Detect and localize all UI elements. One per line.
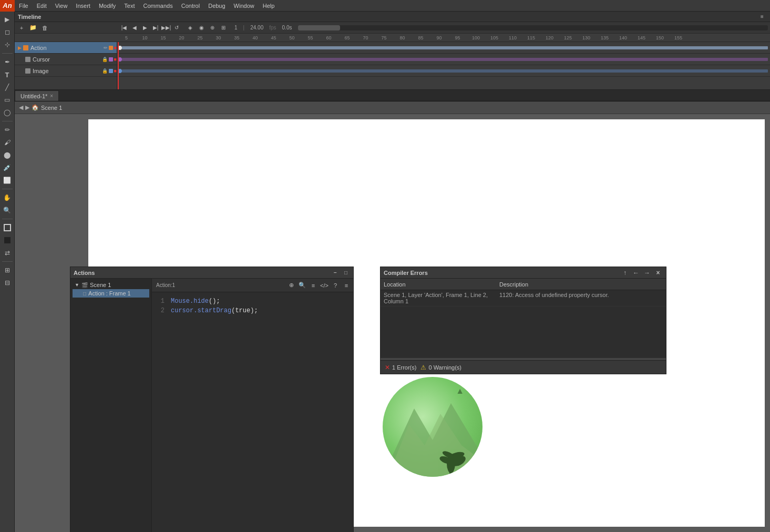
layer-row-image[interactable]: Image 🔒 ■ (15, 65, 117, 77)
actions-minimize-btn[interactable]: − (331, 269, 340, 277)
tool-snap[interactable]: ⊞ (2, 264, 13, 276)
onion-skin-outline-btn[interactable]: ◉ (197, 23, 206, 33)
tool-fill-color[interactable] (2, 234, 13, 246)
tool-swap-colors[interactable]: ⇄ (2, 247, 13, 259)
code-line-1: 1 Mouse.hide(); (156, 296, 349, 306)
code-area[interactable]: 1 Mouse.hide(); 2 cursor.startDrag(true)… (152, 292, 353, 532)
tree-frame1[interactable]: □ Action : Frame 1 (73, 289, 149, 298)
menu-modify[interactable]: Modify (95, 0, 120, 12)
compiler-error-row-1[interactable]: Scene 1, Layer 'Action', Frame 1, Line 2… (381, 290, 666, 306)
menu-debug[interactable]: Debug (204, 0, 229, 12)
tool-pen[interactable]: ✒ (2, 56, 13, 68)
actions-toolbar: Action:1 ⊕ 🔍 ≡ </> ? ≡ (152, 279, 353, 292)
scene-label: Scene 1 (41, 105, 62, 111)
tool-arrow[interactable]: ▶ (2, 14, 13, 25)
compiler-error-location-1: Scene 1, Layer 'Action', Frame 1, Line 2… (384, 292, 499, 304)
menu-window[interactable]: Window (230, 0, 259, 12)
action-target-btn[interactable]: ⊕ (286, 281, 296, 290)
cursor-layer-name: Cursor (33, 56, 102, 63)
menu-commands[interactable]: Commands (139, 0, 177, 12)
actions-titlebar: Actions − □ (70, 267, 353, 279)
loop-btn[interactable]: ↺ (172, 23, 181, 33)
svg-rect-8 (449, 458, 451, 477)
delete-layer-btn[interactable]: 🗑 (40, 23, 49, 33)
compiler-close-btn[interactable]: × (653, 268, 663, 278)
timeline-frames[interactable] (117, 42, 770, 89)
canvas-area[interactable]: ▲ (15, 114, 770, 532)
tool-brush[interactable]: 🖌 (2, 137, 13, 148)
action-format-btn[interactable]: ≡ (309, 281, 318, 290)
menu-control[interactable]: Control (177, 0, 204, 12)
warnings-count: 0 Warning(s) (428, 364, 461, 371)
onion-skin-settings-btn[interactable]: ⊕ (208, 23, 217, 33)
layer-row-cursor[interactable]: Cursor 🔒 ■ (15, 54, 117, 65)
compiler-forward-btn[interactable]: → (642, 268, 652, 278)
tab-label: Untitled-1* (20, 93, 47, 99)
tool-line[interactable]: ╱ (2, 81, 13, 93)
code-blue-2: cursor.startDrag (171, 307, 231, 314)
actions-maximize-btn[interactable]: □ (342, 269, 350, 277)
menu-view[interactable]: View (51, 0, 72, 12)
action-layer-icon (23, 45, 28, 50)
compiler-titlebar: Compiler Errors ↑ ← → × (381, 267, 666, 279)
tool-eyedropper[interactable]: 💉 (2, 162, 13, 173)
tool-subselect[interactable]: ◻ (2, 26, 13, 38)
frame-prev-btn[interactable]: ◀ (130, 23, 139, 33)
action-frames[interactable] (117, 42, 770, 54)
tool-pencil[interactable]: ✏ (2, 124, 13, 136)
actions-toolbar-left: Action:1 (154, 282, 177, 288)
breadcrumb-forward-btn[interactable]: ▶ (25, 104, 29, 111)
frame-start-btn[interactable]: |◀ (119, 23, 129, 33)
scene-icon: 🏠 (32, 104, 39, 111)
layer-row-action[interactable]: ▶ Action ✏ ■ (15, 42, 117, 54)
tool-stroke-color[interactable] (2, 222, 13, 233)
menu-file[interactable]: File (15, 0, 33, 12)
tool-eraser[interactable]: ⬜ (2, 175, 13, 186)
breadcrumb-back-btn[interactable]: ◀ (19, 104, 23, 111)
onion-skin-btn[interactable]: ◈ (186, 23, 195, 33)
tab-close-btn[interactable]: × (50, 93, 53, 99)
action-search-btn[interactable]: 🔍 (297, 281, 307, 290)
compiler-back-btn[interactable]: ← (631, 268, 641, 278)
compiler-panel: Compiler Errors ↑ ← → × Location Descrip… (380, 267, 666, 374)
tool-text[interactable]: T (2, 69, 13, 80)
image-frames[interactable] (117, 65, 770, 77)
compiler-up-btn[interactable]: ↑ (620, 268, 630, 278)
frame-next-btn[interactable]: ▶| (151, 23, 160, 33)
cursor-frames[interactable] (117, 54, 770, 65)
tool-hand[interactable]: ✋ (2, 192, 13, 203)
frame-end-btn[interactable]: ▶▶| (161, 23, 171, 33)
play-btn[interactable]: ▶ (140, 23, 150, 33)
ruler-tick: 30 (209, 35, 228, 40)
timeline-collapse-btn[interactable]: ≡ (757, 12, 767, 22)
tree-scene1[interactable]: ▼ 🎬 Scene 1 (73, 281, 149, 289)
menu-edit[interactable]: Edit (33, 0, 51, 12)
tool-fill[interactable]: ⬤ (2, 149, 13, 161)
action-code-snippets-btn[interactable]: </> (320, 281, 329, 290)
ruler-tick: 50 (283, 35, 301, 40)
tool-oval[interactable]: ◯ (2, 107, 13, 118)
add-folder-btn[interactable]: 📁 (28, 23, 38, 33)
edit-multiple-frames-btn[interactable]: ⊞ (219, 23, 228, 33)
ruler-tick: 25 (191, 35, 209, 40)
actions-content: ▼ 🎬 Scene 1 □ Action : Frame 1 (70, 279, 353, 532)
tool-transform[interactable]: ⊹ (2, 39, 13, 50)
ruler-tick: 60 (320, 35, 338, 40)
ruler-tick: 85 (412, 35, 430, 40)
tool-rect[interactable]: ▭ (2, 94, 13, 106)
tool-options[interactable]: ⊟ (2, 277, 13, 289)
tool-zoom[interactable]: 🔍 (2, 204, 13, 216)
menu-insert[interactable]: Insert (71, 0, 95, 12)
add-layer-btn[interactable]: + (17, 23, 26, 33)
ruler-tick: 115 (522, 35, 540, 40)
action-help-btn[interactable]: ? (331, 281, 340, 290)
tool-separator-5 (2, 261, 13, 262)
actions-panel-menu-btn[interactable]: ≡ (342, 281, 351, 290)
tool-separator-2 (2, 121, 13, 121)
tab-untitled1[interactable]: Untitled-1* × (15, 90, 59, 101)
menu-text[interactable]: Text (120, 0, 139, 12)
compiler-error-description-1: 1120: Access of undefined property curso… (499, 292, 663, 298)
tree-frame-label: Action : Frame 1 (88, 290, 131, 296)
menu-help[interactable]: Help (259, 0, 279, 12)
ruler-tick: 145 (632, 35, 651, 40)
